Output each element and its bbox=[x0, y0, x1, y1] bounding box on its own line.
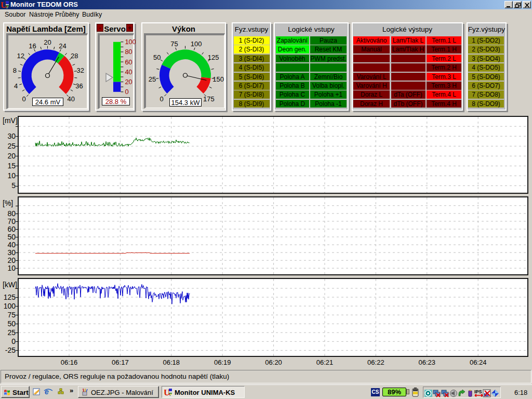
svg-text:24: 24 bbox=[59, 42, 66, 50]
svg-text:16: 16 bbox=[29, 42, 36, 50]
svg-text:150: 150 bbox=[212, 75, 224, 83]
svg-text:0: 0 bbox=[125, 88, 128, 96]
svg-text:175: 175 bbox=[203, 95, 215, 103]
svg-text:40: 40 bbox=[68, 95, 75, 103]
svg-text:0: 0 bbox=[160, 95, 164, 103]
svg-text:50: 50 bbox=[153, 54, 161, 61]
svg-text:IPS: IPS bbox=[474, 389, 482, 394]
svg-text:60: 60 bbox=[125, 58, 132, 66]
svg-text:40: 40 bbox=[125, 68, 132, 76]
svg-text:25: 25 bbox=[149, 75, 156, 83]
svg-text:32: 32 bbox=[76, 66, 84, 74]
svg-text:28: 28 bbox=[71, 52, 78, 60]
svg-text:0: 0 bbox=[22, 95, 26, 103]
svg-text:12: 12 bbox=[17, 52, 24, 60]
svg-text:80: 80 bbox=[125, 48, 132, 56]
svg-text:4: 4 bbox=[14, 82, 18, 90]
svg-text:100: 100 bbox=[191, 40, 202, 48]
svg-text:8: 8 bbox=[13, 66, 17, 74]
svg-text:36: 36 bbox=[75, 82, 83, 90]
svg-text:100: 100 bbox=[125, 38, 136, 46]
svg-text:125: 125 bbox=[208, 54, 219, 61]
svg-text:20: 20 bbox=[125, 78, 132, 86]
svg-text:75: 75 bbox=[170, 40, 178, 48]
svg-text:20: 20 bbox=[44, 38, 51, 46]
